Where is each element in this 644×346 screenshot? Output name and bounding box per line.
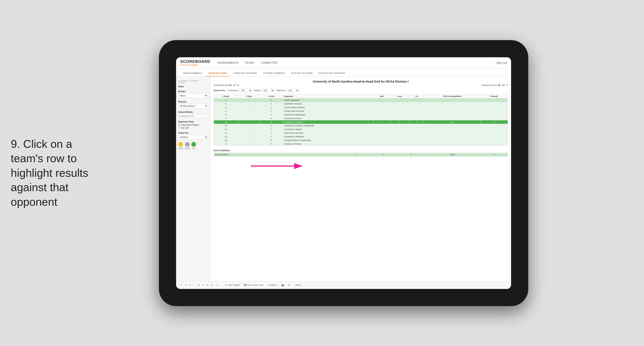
- toolbar-share[interactable]: ⤴ Share: [293, 283, 302, 287]
- table-row[interactable]: 14 - 1 Texas Tech University: [214, 131, 508, 135]
- nav-separator: |: [494, 61, 494, 64]
- radio-opponents-played[interactable]: Opponents Played: [178, 124, 208, 126]
- cell-loss: 0: [390, 120, 410, 124]
- cell-tie: [409, 116, 424, 120]
- cell-tie: [409, 127, 424, 131]
- cell-tie: [409, 102, 424, 105]
- colour-select[interactable]: Win/loss: [178, 135, 208, 139]
- save-icon: 💾: [244, 284, 246, 286]
- radio-opponents-label: Opponents Played: [181, 124, 199, 126]
- toolbar-save-custom-view[interactable]: 💾 Save Custom View: [243, 283, 264, 287]
- division-select[interactable]: NCAA Division I: [178, 104, 208, 108]
- colour-section: Colour by Win/loss: [178, 132, 208, 139]
- cell-loss: [390, 131, 410, 135]
- gender-label: Gender: [178, 90, 208, 93]
- toolbar-copy[interactable]: ⧉: [197, 283, 200, 287]
- cell-win: [374, 135, 390, 138]
- toolbar-add[interactable]: ⊕: [206, 283, 210, 287]
- cell-conf: 2: [260, 113, 283, 116]
- cell-loss: [390, 127, 410, 131]
- cell-win: [374, 124, 390, 127]
- table-row[interactable]: 6 - 2 Florida State University: [214, 109, 508, 113]
- region-filter-select[interactable]: (All): [262, 89, 274, 92]
- table-row[interactable]: 15 - 2 University of Oklahoma: [214, 135, 508, 138]
- grid-records: Overall Record: 89 - 17 - 0 Division Rec…: [214, 84, 508, 86]
- table-row[interactable]: 4 - 1 Arizona State University: [214, 105, 508, 109]
- cell-win: 3: [374, 120, 390, 124]
- toolbar-screen[interactable]: 📺: [280, 283, 285, 287]
- toolbar-watch[interactable]: 👁 Watch ▾: [266, 283, 278, 287]
- cell-diff: [424, 113, 481, 116]
- sign-out-link[interactable]: Sign out: [496, 61, 507, 64]
- cell-conf: 3: [260, 127, 283, 131]
- ood-tie: 0: [397, 153, 424, 156]
- radio-top100-label: Top 100: [181, 127, 189, 129]
- cell-diff: [424, 142, 481, 146]
- cell-opponent: University of Washington: [283, 113, 374, 116]
- toolbar-sep-1: |: [194, 284, 195, 287]
- out-of-division-row[interactable]: NCAA Division II 1 0 0 26.00 3: [214, 153, 508, 156]
- opponents-filter-label: Opponents:: [214, 89, 226, 92]
- cell-tie: [409, 135, 424, 138]
- toolbar-view-original[interactable]: 👁 View: Original: [224, 283, 241, 287]
- col-win: Win: [374, 94, 390, 98]
- toolbar-undo[interactable]: ↩: [179, 283, 183, 287]
- gender-select[interactable]: Men's: [178, 93, 208, 98]
- cell-win: [374, 113, 390, 116]
- region-filter-label: Region: [254, 89, 261, 92]
- cell-rounds: [481, 113, 508, 116]
- opponent-filter-select[interactable]: (All): [286, 89, 299, 92]
- radio-top100[interactable]: Top 100: [178, 127, 208, 129]
- legend-up-label: Up: [192, 147, 195, 149]
- table-row[interactable]: 11 - 5 University of Alabama 3 0 0 2.61 …: [214, 120, 508, 124]
- nav-tournaments[interactable]: TOURNAMENTS: [217, 61, 238, 64]
- cell-reg: -: [238, 124, 260, 127]
- school-value[interactable]: University of Nort...: [178, 114, 208, 118]
- table-row[interactable]: 16 - 4 Georgia Institute of Technology: [214, 138, 508, 142]
- toolbar-time[interactable]: ⊘: [210, 283, 214, 287]
- cell-reg: -: [238, 116, 260, 120]
- table-row[interactable]: 9 - 3 University of Arizona: [214, 116, 508, 120]
- conference-filter-label: Conference: [228, 89, 238, 92]
- cell-opponent: University of Alabama: [283, 120, 374, 124]
- cell-reg: -: [238, 131, 260, 135]
- cell-rank: 8: [214, 113, 238, 116]
- table-row[interactable]: 8 - 2 University of Washington: [214, 113, 508, 116]
- cell-diff: [424, 124, 481, 127]
- cell-rank: 4: [214, 105, 238, 109]
- nav-committee[interactable]: COMMITTEE: [261, 61, 278, 64]
- step-number: 9.: [11, 138, 20, 150]
- toolbar-edit[interactable]: ✎: [201, 283, 205, 287]
- toolbar-settings[interactable]: ⚙: [287, 283, 291, 287]
- ood-loss: 0: [370, 153, 397, 156]
- cell-reg: -: [238, 120, 260, 124]
- tab-team-h2h-grid[interactable]: TEAM H2H GRID: [206, 70, 230, 77]
- table-row[interactable]: 3 - 2 Vanderbilt University: [214, 102, 508, 105]
- cell-tie: [409, 131, 424, 135]
- cell-reg: -: [238, 142, 260, 146]
- table-row[interactable]: 12 - 6 University of Arkansas, Fayettevi…: [214, 124, 508, 127]
- cell-reg: -: [238, 98, 260, 102]
- toolbar-redo[interactable]: ↪: [184, 283, 188, 287]
- nav-teams[interactable]: TEAMS: [245, 61, 254, 64]
- table-row[interactable]: 13 - 3 University of Virginia: [214, 127, 508, 131]
- cell-win: [374, 127, 390, 131]
- cell-diff: [424, 116, 481, 120]
- toolbar-reset[interactable]: ↺: [188, 283, 192, 287]
- tab-player-summary[interactable]: PLAYER SUMMARY: [261, 70, 288, 77]
- cell-rounds: [481, 142, 508, 146]
- col-opponent: Opponent: [283, 94, 374, 98]
- table-row[interactable]: 17 - 2 University of Florida: [214, 142, 508, 146]
- filter-row: Opponents: Conference (All) Region (All): [214, 89, 508, 92]
- tab-team-summary[interactable]: TEAM SUMMARY: [180, 70, 205, 77]
- tab-team-h2h-heatmap[interactable]: TEAM H2H HEATMAP: [231, 70, 260, 77]
- main-content: Last Updated: 27/03/2024 16:55:38 Team G…: [176, 77, 511, 281]
- tab-player-h2h-grid[interactable]: PLAYER H2H GRID: [289, 70, 315, 77]
- watch-icon: 👁: [268, 284, 270, 286]
- tab-player-h2h-heatmap[interactable]: PLAYER H2H HEATMAP: [316, 70, 348, 77]
- legend-up: Up: [191, 142, 196, 149]
- toolbar-clock[interactable]: 🕐: [215, 283, 219, 287]
- conference-filter-select[interactable]: (All): [239, 89, 252, 92]
- table-row[interactable]: 2 - 1 Auburn University: [214, 98, 508, 102]
- cell-rounds: [481, 102, 508, 105]
